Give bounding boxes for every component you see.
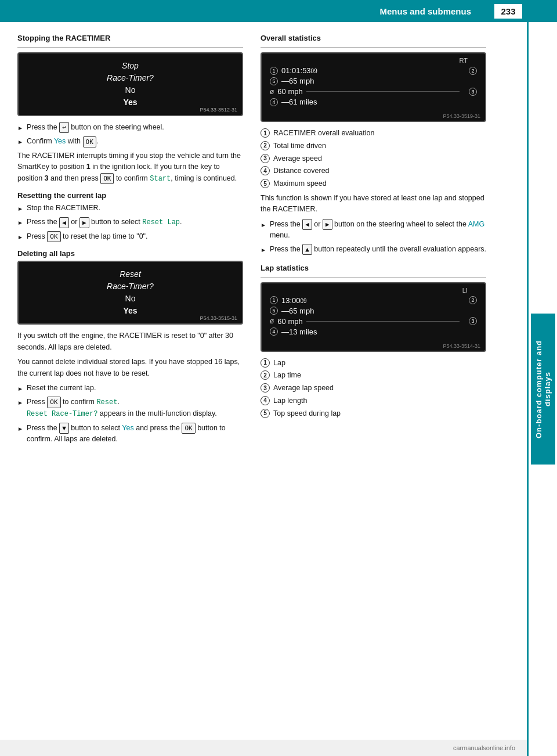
reset-bullet1-text: Stop the RACETIMER. bbox=[27, 203, 243, 214]
lap-num4: 4 bbox=[261, 396, 270, 405]
section-title-header: Menus and submenus bbox=[379, 6, 471, 16]
ok-key2: OK bbox=[100, 173, 114, 184]
rt-label: RT bbox=[460, 57, 468, 64]
stop-screen-inner: Stop Race-Timer? No Yes bbox=[19, 53, 242, 115]
overall-item3-text: Average speed bbox=[273, 153, 322, 164]
arrow-icon6: ► bbox=[17, 384, 23, 394]
ok-key4: OK bbox=[47, 397, 60, 408]
lap-screen-inner: LI 1 13:0009 2 5 —65 mph ø 60 mph bbox=[262, 283, 485, 351]
divider2 bbox=[261, 47, 486, 48]
overall-bullet2: ► Press the ▲ button repeatedly until th… bbox=[261, 244, 486, 255]
lap-item4-text: Lap length bbox=[273, 395, 307, 406]
num1: 1 bbox=[261, 128, 270, 138]
arrow-icon10: ► bbox=[261, 246, 266, 255]
num2: 2 bbox=[261, 141, 270, 150]
overall-avg-speed: 60 mph bbox=[277, 87, 302, 96]
lap-item3: 3 Average lap speed bbox=[261, 383, 486, 394]
stop-bullet1-text: Press the ↩ button on the steering wheel… bbox=[27, 122, 243, 133]
stop-screen: Stop Race-Timer? No Yes P54.33-3512-31 bbox=[17, 52, 243, 116]
left-column: Stopping the RACETIMER Stop Race-Timer? … bbox=[17, 34, 243, 448]
lap-circle2: 2 bbox=[469, 296, 477, 304]
delete-bullet3-text: Press the ▼ button to select Yes and pre… bbox=[27, 423, 243, 445]
lap-circle5: 5 bbox=[270, 307, 278, 315]
lap-row4: 4 —13 miles bbox=[270, 327, 477, 336]
right-sidebar: On-board computer and displays bbox=[527, 22, 557, 756]
delete-bullet2-text: Press OK to confirm Reset. Reset Race-Ti… bbox=[27, 397, 243, 419]
circle-1-overall: 1 bbox=[270, 67, 278, 75]
arrow-icon5: ► bbox=[17, 233, 23, 242]
stopping-racetimer-title: Stopping the RACETIMER bbox=[17, 34, 243, 42]
reset-bullet1: ► Stop the RACETIMER. bbox=[17, 203, 243, 214]
lap-num5: 5 bbox=[261, 409, 270, 418]
overall-item5-text: Maximum speed bbox=[273, 178, 327, 189]
overall-bullet2-text: Press the ▲ button repeatedly until the … bbox=[270, 244, 486, 255]
li-label: LI bbox=[462, 287, 468, 294]
reset-line1: Reset bbox=[120, 268, 141, 280]
right-key2: ▶ bbox=[323, 219, 332, 230]
lap-avg-speed: 60 mph bbox=[277, 317, 302, 326]
avg-symbol: ø bbox=[270, 88, 274, 96]
stop-bullet1: ► Press the ↩ button on the steering whe… bbox=[17, 122, 243, 133]
lap-item4: 4 Lap length bbox=[261, 395, 486, 406]
lap-item1-text: Lap bbox=[273, 358, 285, 369]
stop-line1: Stop bbox=[122, 60, 139, 72]
lap-num3: 3 bbox=[261, 383, 270, 393]
ok-key1: OK bbox=[83, 136, 96, 147]
overall-item4: 4 Distance covered bbox=[261, 165, 486, 177]
lap-item2-text: Lap time bbox=[273, 370, 301, 381]
delete-bullet2: ► Press OK to confirm Reset. Reset Race-… bbox=[17, 397, 243, 419]
lap-numbered-list: 1 Lap 2 Lap time 3 Average lap speed 4 L… bbox=[261, 358, 486, 419]
lap-screen: LI 1 13:0009 2 5 —65 mph ø 60 mph bbox=[261, 282, 486, 352]
overall-time: 01:01:5309 bbox=[281, 66, 317, 75]
divider1 bbox=[17, 47, 243, 48]
overall-row-avg: ø 60 mph 3 bbox=[270, 87, 477, 96]
lap-circle4: 4 bbox=[270, 327, 278, 336]
chapter-label: On-board computer and displays bbox=[531, 314, 555, 465]
reset-bullet2-text: Press the ◀ or ▶ button to select Reset … bbox=[27, 217, 243, 228]
arrow-icon2: ► bbox=[17, 138, 23, 147]
ok-key3: OK bbox=[47, 231, 60, 242]
up-key1: ▲ bbox=[302, 244, 312, 255]
delete-bullet1-text: Reset the current lap. bbox=[27, 383, 243, 394]
racetimer-interrupt-para: The RACETIMER interrupts timing if you s… bbox=[17, 150, 243, 184]
lap-time-val: 13:0009 bbox=[281, 296, 307, 305]
overall-item5: 5 Maximum speed bbox=[261, 178, 486, 189]
lap-65mph: —65 mph bbox=[281, 307, 314, 315]
overall-para: This function is shown if you have store… bbox=[261, 193, 486, 215]
delete-bullet1: ► Reset the current lap. bbox=[17, 383, 243, 394]
overall-item2: 2 Total time driven bbox=[261, 141, 486, 152]
top-bar: Menus and submenus 233 bbox=[0, 0, 557, 22]
website-label: carmanualsonline.info bbox=[453, 744, 515, 751]
overall-item4-text: Distance covered bbox=[273, 165, 330, 177]
lap-stats-title: Lap statistics bbox=[261, 264, 486, 272]
lap-circle3: 3 bbox=[469, 317, 477, 325]
right-key1: ▶ bbox=[79, 217, 89, 228]
overall-item1: 1 RACETIMER overall evaluation bbox=[261, 128, 486, 139]
arrow-icon3: ► bbox=[17, 204, 23, 214]
lap-screen-id: P54.33-3514-31 bbox=[443, 343, 480, 349]
lap-num2: 2 bbox=[261, 370, 270, 380]
overall-row1: 1 01:01:5309 2 bbox=[270, 66, 477, 75]
reset-bullet3-text: Press OK to reset the lap time to "0". bbox=[27, 231, 243, 242]
stop-screen-id: P54.33-3512-31 bbox=[200, 107, 237, 113]
num4: 4 bbox=[261, 166, 270, 175]
lap-row-avg: ø 60 mph 3 bbox=[270, 317, 477, 326]
bottom-bar: carmanualsonline.info bbox=[0, 740, 527, 756]
arrow-icon7: ► bbox=[17, 398, 23, 408]
lap-row1: 1 13:0009 2 bbox=[270, 296, 477, 305]
down-key1: ▼ bbox=[59, 423, 69, 434]
num3: 3 bbox=[261, 154, 270, 163]
overall-screen-id: P54.33-3519-31 bbox=[443, 113, 480, 119]
overall-item2-text: Total time driven bbox=[273, 141, 326, 152]
circle-3-overall: 3 bbox=[469, 88, 477, 96]
circle-5-overall: 5 bbox=[270, 77, 278, 85]
lap-item5: 5 Top speed during lap bbox=[261, 408, 486, 419]
overall-bullet1-text: Press the ◀ or ▶ button on the steering … bbox=[270, 219, 486, 242]
lap-item5-text: Top speed during lap bbox=[273, 408, 341, 419]
lap-row5: 5 —65 mph bbox=[270, 307, 477, 315]
reset-bullet3: ► Press OK to reset the lap time to "0". bbox=[17, 231, 243, 242]
lap-num1: 1 bbox=[261, 358, 270, 368]
page-number: 233 bbox=[494, 4, 522, 19]
reset-screen-id: P54.33-3515-31 bbox=[200, 315, 237, 321]
reset-screen-inner: Reset Race-Timer? No Yes bbox=[19, 262, 242, 323]
